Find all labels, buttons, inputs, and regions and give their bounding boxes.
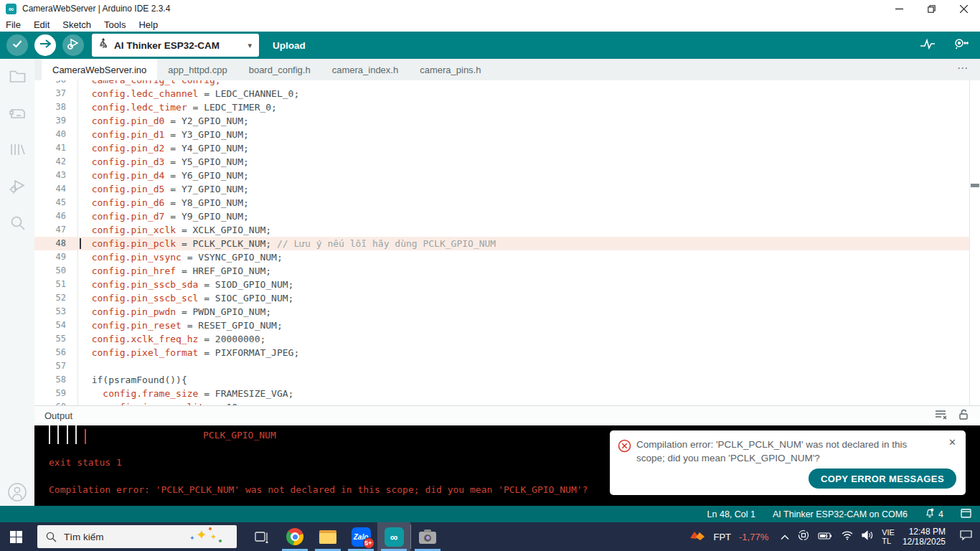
taskbar-arduino-icon[interactable]: ∞ [377, 522, 410, 551]
editor-scrollbar[interactable] [969, 80, 980, 405]
tab-board-config-h[interactable]: board_config.h [238, 59, 321, 80]
code-line-60[interactable]: 60 config.jpeg_quality = 10; [34, 400, 970, 405]
code-line-43[interactable]: 43 config.pin_d4 = Y6_GPIO_NUM; [34, 169, 970, 182]
notification-bell[interactable]: 4 [925, 508, 943, 520]
notification-center-icon[interactable] [959, 529, 973, 544]
menu-help[interactable]: Help [132, 19, 164, 30]
code-line-41[interactable]: 41 config.pin_d2 = Y4_GPIO_NUM; [34, 141, 970, 155]
console-caret-pipe [49, 425, 50, 444]
debug-button[interactable] [62, 34, 84, 56]
board-selector[interactable]: AI Thinker ESP32-CAM ▾ [92, 34, 259, 57]
code-line-45[interactable]: 45 config.pin_d6 = Y8_GPIO_NUM; [34, 196, 970, 209]
upload-button[interactable] [34, 34, 56, 56]
editor-tab-bar: CameraWebServer.ino app_httpd.cpp board_… [34, 59, 980, 80]
code-line-51[interactable]: 51 config.pin_sscb_sda = SIOD_GPIO_NUM; [34, 278, 970, 291]
menu-file[interactable]: File [0, 19, 27, 30]
verify-button[interactable] [6, 34, 28, 56]
code-line-54[interactable]: 54 config.pin_reset = RESET_GPIO_NUM; [34, 319, 970, 332]
code-line-50[interactable]: 50 config.pin_href = HREF_GPIO_NUM; [34, 264, 970, 278]
code-editor[interactable]: 36 camera_config_t config;37 config.ledc… [34, 80, 980, 405]
start-button[interactable] [1, 522, 30, 551]
taskbar-zalo-icon[interactable]: Zalo 5+ [344, 522, 377, 551]
window-title: CameraWebServer | Arduino IDE 2.3.4 [22, 4, 170, 14]
code-line-57[interactable]: 57 [34, 359, 970, 373]
autoscroll-lock-icon[interactable] [958, 409, 969, 423]
stock-change[interactable]: -1,77% [739, 532, 768, 542]
close-button[interactable] [948, 0, 980, 17]
line-text: config.frame_size = FRAMESIZE_VGA; [80, 387, 293, 400]
stock-symbol[interactable]: FPT [713, 532, 731, 542]
code-line-39[interactable]: 39 config.pin_d0 = Y2_GPIO_NUM; [34, 114, 970, 128]
line-text: config.jpeg_quality = 10; [80, 400, 243, 405]
board-port-status[interactable]: AI Thinker ESP32-CAM on COM6 [773, 509, 908, 519]
tab-overflow-icon[interactable]: ⋯ [957, 62, 969, 75]
copy-error-messages-button[interactable]: COPY ERROR MESSAGES [809, 468, 956, 489]
taskbar-camera-icon[interactable] [411, 522, 444, 551]
line-text: if(psramFound()){ [80, 373, 187, 387]
code-line-38[interactable]: 38 config.ledc_timer = LEDC_TIMER_0; [34, 100, 970, 114]
windows-taskbar: Tìm kiếm ✦ ✦ ✦ Zalo 5+ ∞ [0, 522, 980, 551]
tray-chevron-up-icon[interactable] [781, 530, 789, 543]
menu-edit[interactable]: Edit [27, 19, 56, 30]
toolbar-right [920, 32, 969, 59]
wifi-icon[interactable] [841, 530, 854, 543]
taskbar-search-box[interactable]: Tìm kiếm ✦ ✦ ✦ [37, 525, 237, 548]
volume-icon[interactable] [862, 530, 874, 543]
code-line-59[interactable]: 59 config.frame_size = FRAMESIZE_VGA; [34, 387, 970, 400]
title-bar: ∞ CameraWebServer | Arduino IDE 2.3.4 [0, 0, 980, 17]
code-line-53[interactable]: 53 config.pin_pwdn = PWDN_GPIO_NUM; [34, 305, 970, 319]
toast-close-icon[interactable]: ✕ [948, 438, 956, 447]
library-manager-icon[interactable] [8, 140, 27, 159]
debug-panel-icon[interactable] [8, 176, 27, 196]
code-line-42[interactable]: 42 config.pin_d3 = Y5_GPIO_NUM; [34, 155, 970, 169]
code-line-58[interactable]: 58 if(psramFound()){ [34, 373, 970, 387]
code-line-52[interactable]: 52 config.pin_sscb_scl = SIOC_GPIO_NUM; [34, 291, 970, 305]
line-number: 47 [34, 223, 66, 237]
code-line-49[interactable]: 49 config.pin_vsync = VSYNC_GPIO_NUM; [34, 250, 970, 264]
toggle-panel-icon[interactable] [961, 509, 971, 520]
account-icon[interactable] [7, 482, 27, 502]
line-text: config.pin_xclk = XCLK_GPIO_NUM; [80, 223, 271, 237]
error-circle-icon [618, 439, 631, 456]
taskbar-chrome-icon[interactable] [278, 522, 311, 551]
code-line-46[interactable]: 46 config.pin_d7 = Y9_GPIO_NUM; [34, 209, 970, 223]
serial-plotter-icon[interactable] [920, 37, 936, 53]
restore-button[interactable] [915, 0, 948, 17]
sketchbook-folder-icon[interactable] [8, 67, 27, 86]
taskbar-file-explorer-icon[interactable] [311, 522, 344, 551]
line-number: 36 [34, 80, 66, 87]
code-line-55[interactable]: 55 config.xclk_freq_hz = 20000000; [34, 332, 970, 346]
menu-sketch[interactable]: Sketch [56, 19, 98, 30]
code-line-36[interactable]: 36 camera_config_t config; [34, 80, 970, 87]
code-line-44[interactable]: 44 config.pin_d5 = Y7_GPIO_NUM; [34, 182, 970, 196]
language-indicator[interactable]: VIE TL [882, 528, 895, 545]
tab-camera-pins-h[interactable]: camera_pins.h [409, 59, 491, 80]
system-tray: FPT -1,77% [689, 522, 980, 551]
search-icon[interactable] [8, 213, 27, 232]
line-number: 46 [34, 209, 66, 223]
minimize-button[interactable] [883, 0, 915, 17]
code-line-40[interactable]: 40 config.pin_d1 = Y3_GPIO_NUM; [34, 128, 970, 141]
clear-output-icon[interactable] [935, 410, 948, 423]
code-line-56[interactable]: 56 config.pixel_format = PIXFORMAT_JPEG; [34, 346, 970, 359]
task-view-button[interactable] [245, 522, 278, 551]
serial-monitor-icon[interactable] [950, 38, 969, 52]
line-text: config.pin_d1 = Y3_GPIO_NUM; [80, 128, 249, 141]
menu-tools[interactable]: Tools [98, 19, 132, 30]
code-line-48[interactable]: 48 config.pin_pclk = PCLK_PCLK_NUM; // L… [34, 237, 970, 250]
taskbar-clock[interactable]: 12:48 PM 12/18/2025 [903, 527, 946, 547]
search-icon [46, 532, 57, 542]
line-text: config.pin_sscb_sda = SIOD_GPIO_NUM; [80, 278, 293, 291]
tray-app-icon[interactable] [797, 529, 810, 545]
line-text: config.pin_href = HREF_GPIO_NUM; [80, 264, 271, 278]
fpt-stock-logo[interactable] [689, 529, 705, 545]
tab-camerawebserver-ino[interactable]: CameraWebServer.ino [42, 59, 157, 80]
scrollbar-thumb[interactable] [971, 184, 979, 187]
tab-camera-index-h[interactable]: camera_index.h [321, 59, 410, 80]
code-line-47[interactable]: 47 config.pin_xclk = XCLK_GPIO_NUM; [34, 223, 970, 237]
boards-manager-icon[interactable] [8, 103, 27, 123]
tab-app-httpd-cpp[interactable]: app_httpd.cpp [157, 59, 237, 80]
cursor-position[interactable]: Ln 48, Col 1 [707, 509, 755, 519]
code-line-37[interactable]: 37 config.ledc_channel = LEDC_CHANNEL_0; [34, 87, 970, 100]
battery-charging-icon[interactable] [818, 530, 833, 543]
